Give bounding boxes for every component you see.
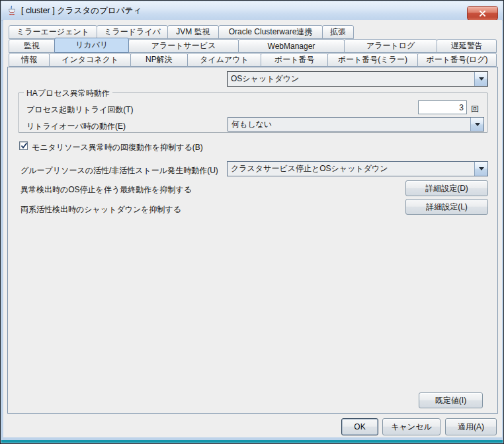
group-resource-stall-combobox[interactable]: クラスタサービス停止とOSシャットダウン bbox=[227, 161, 488, 176]
apply-button[interactable]: 適用(A) bbox=[445, 418, 497, 435]
cluster-service-action-value: OSシャットダウン bbox=[228, 72, 474, 86]
window-frame-bottom-strip bbox=[1, 440, 503, 443]
group-resource-stall-label: グループリソースの活性/非活性ストール発生時動作(U) bbox=[21, 165, 218, 176]
tab-port-number-log[interactable]: ポート番号(ログ) bbox=[417, 53, 497, 67]
tab-oracle-clusterware[interactable]: Oracle Clusterware連携 bbox=[218, 25, 323, 39]
tab-row-3: 情報 インタコネクト NP解決 タイムアウト ポート番号 ポート番号(ミラー) … bbox=[9, 53, 497, 67]
cluster-properties-dialog: [ cluster ] クラスタのプロパティ ミラーエージェント ミラードライバ… bbox=[0, 0, 504, 444]
tab-timeout[interactable]: タイムアウト bbox=[187, 53, 262, 67]
checkmark-icon bbox=[20, 141, 28, 150]
retry-count-unit-label: 回 bbox=[471, 104, 479, 115]
tab-interconnect[interactable]: インタコネクト bbox=[49, 53, 131, 67]
suppress-recovery-label[interactable]: モニタリソース異常時の回復動作を抑制する(B) bbox=[32, 142, 203, 153]
tab-monitor[interactable]: 監視 bbox=[9, 39, 55, 53]
cluster-service-action-combobox[interactable]: OSシャットダウン bbox=[227, 71, 488, 87]
title-bar[interactable]: [ cluster ] クラスタのプロパティ bbox=[1, 1, 503, 20]
tab-port-number[interactable]: ポート番号 bbox=[261, 53, 327, 67]
tab-extension[interactable]: 拡張 bbox=[322, 25, 354, 39]
default-values-button[interactable]: 既定値(I) bbox=[419, 392, 483, 408]
final-action-label: 異常検出時のOS停止を伴う最終動作を抑制する bbox=[21, 184, 192, 196]
chevron-down-icon bbox=[475, 123, 480, 126]
retry-over-dropdown-button[interactable] bbox=[470, 118, 483, 131]
close-icon bbox=[480, 11, 485, 17]
tab-info[interactable]: 情報 bbox=[9, 53, 50, 67]
window-title: [ cluster ] クラスタのプロパティ bbox=[21, 5, 142, 17]
tab-row-2: 監視 リカバリ アラートサービス WebManager アラートログ 遅延警告 bbox=[9, 39, 497, 53]
ha-process-groupbox: HAプロセス異常時動作 プロセス起動リトライ回数(T) 3 回 リトライオーバ時… bbox=[18, 92, 488, 133]
chevron-down-icon bbox=[479, 77, 484, 81]
tab-port-number-mirror[interactable]: ポート番号(ミラー) bbox=[327, 53, 418, 67]
group-resource-stall-value: クラスタサービス停止とOSシャットダウン bbox=[228, 162, 474, 176]
tab-alert-log[interactable]: アラートログ bbox=[344, 39, 437, 53]
ha-process-groupbox-title: HAプロセス異常時動作 bbox=[24, 88, 112, 99]
retry-over-combobox[interactable]: 何もしない bbox=[228, 117, 484, 131]
ok-button[interactable]: OK bbox=[341, 418, 378, 435]
retry-over-value: 何もしない bbox=[228, 118, 470, 131]
cluster-service-action-dropdown-button[interactable] bbox=[474, 72, 487, 86]
dual-active-label: 両系活性検出時のシャットダウンを抑制する bbox=[21, 204, 181, 215]
suppress-recovery-checkbox[interactable] bbox=[19, 141, 28, 150]
retry-count-input[interactable]: 3 bbox=[418, 100, 467, 114]
tab-webmanager[interactable]: WebManager bbox=[238, 39, 345, 53]
dual-active-detail-button[interactable]: 詳細設定(L) bbox=[405, 199, 488, 215]
java-app-icon bbox=[7, 5, 17, 16]
cancel-button[interactable]: キャンセル bbox=[382, 418, 441, 435]
close-button[interactable] bbox=[467, 6, 498, 20]
tab-jvm-monitor[interactable]: JVM 監視 bbox=[167, 25, 219, 39]
tab-alert-service[interactable]: アラートサービス bbox=[128, 39, 239, 53]
tab-mirror-driver[interactable]: ミラードライバ bbox=[97, 25, 168, 39]
retry-count-label: プロセス起動リトライ回数(T) bbox=[26, 104, 134, 116]
group-resource-stall-dropdown-button[interactable] bbox=[474, 162, 487, 176]
tab-mirror-agent[interactable]: ミラーエージェント bbox=[9, 25, 97, 39]
retry-over-label: リトライオーバ時の動作(E) bbox=[26, 121, 126, 132]
final-action-detail-button[interactable]: 詳細設定(D) bbox=[405, 180, 488, 196]
tab-delay-warning[interactable]: 遅延警告 bbox=[437, 39, 497, 53]
tab-recovery[interactable]: リカバリ bbox=[54, 38, 129, 53]
tab-row-1: ミラーエージェント ミラードライバ JVM 監視 Oracle Clusterw… bbox=[9, 25, 354, 39]
chevron-down-icon bbox=[479, 167, 484, 170]
tab-np-resolution[interactable]: NP解決 bbox=[130, 53, 188, 67]
